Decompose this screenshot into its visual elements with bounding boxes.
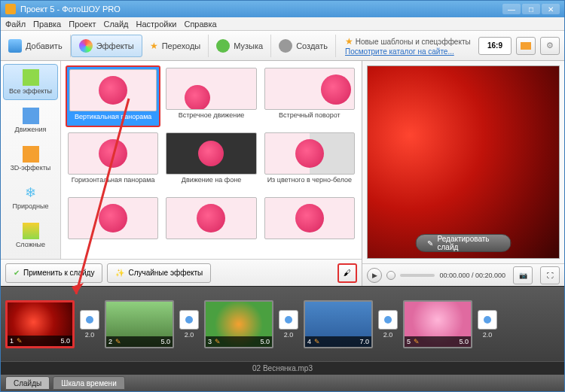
cat-all[interactable]: Все эффекты: [3, 64, 58, 100]
brush-button[interactable]: 🖌: [337, 263, 357, 283]
effect-item-7[interactable]: [163, 195, 258, 257]
pencil-icon: ✎: [427, 239, 433, 248]
timeline: 1✎5.02.02✎5.02.03✎5.02.04✎7.02.05✎5.02.0…: [1, 286, 564, 375]
effect-item-2[interactable]: Встречный поворот: [262, 65, 357, 127]
aspect-button[interactable]: 16:9: [478, 37, 512, 55]
settings-button[interactable]: ⚙: [540, 37, 560, 55]
apply-button[interactable]: ✔Применить к слайду: [5, 263, 102, 283]
effect-item-1[interactable]: Встречное движение: [163, 65, 258, 127]
menu-project[interactable]: Проект: [69, 20, 96, 29]
transitions-button[interactable]: ★ Переходы: [142, 35, 209, 57]
playback-controls: ▶ 00:00.000 / 00:20.000 📷 ⛶: [362, 263, 564, 286]
menu-edit[interactable]: Правка: [33, 20, 61, 29]
gear-icon: [279, 39, 292, 53]
menu-file[interactable]: Файл: [5, 20, 26, 29]
snowflake-icon: ❄: [23, 184, 39, 201]
transition-5[interactable]: 2.0: [477, 310, 498, 339]
music-icon: [216, 39, 230, 53]
window-title: Проект 5 - ФотоШОУ PRO: [20, 5, 121, 14]
cat-motion[interactable]: Движения: [3, 102, 58, 138]
add-icon: [8, 39, 22, 53]
fullscreen-button[interactable]: ⛶: [540, 266, 560, 284]
menu-help[interactable]: Справка: [184, 20, 216, 29]
category-list: Все эффекты Движения 3D-эффекты ❄Природн…: [1, 61, 61, 259]
slide-2[interactable]: 2✎5.0: [105, 300, 174, 348]
add-button[interactable]: Добавить: [1, 35, 71, 57]
camera-icon: 📷: [519, 272, 527, 279]
layers-icon: [23, 223, 39, 239]
menubar: Файл Правка Проект Слайд Настройки Справ…: [1, 17, 564, 31]
motion-icon: [23, 108, 39, 124]
play-button[interactable]: ▶: [367, 268, 382, 283]
effects-button[interactable]: Эффекты: [71, 35, 142, 57]
seek-bar[interactable]: [400, 274, 435, 277]
effect-item-5[interactable]: Из цветного в черно-белое: [262, 130, 357, 192]
app-icon: [5, 4, 16, 14]
menu-slide[interactable]: Слайд: [103, 20, 128, 29]
close-button[interactable]: ✕: [542, 4, 560, 14]
transition-3[interactable]: 2.0: [278, 310, 299, 339]
audio-track[interactable]: 02 Веснянка.mp3: [1, 361, 564, 375]
maximize-button[interactable]: □: [522, 4, 540, 14]
random-button[interactable]: ✨Случайные эффекты: [107, 263, 211, 283]
transition-4[interactable]: 2.0: [377, 310, 399, 339]
brush-icon: 🖌: [344, 269, 351, 277]
cog-icon: ⚙: [546, 41, 554, 50]
display-button[interactable]: [516, 37, 536, 55]
transition-1[interactable]: 2.0: [79, 310, 100, 339]
transition-2[interactable]: 2.0: [179, 310, 200, 339]
effect-item-6[interactable]: [66, 195, 160, 257]
tab-slides[interactable]: Слайды: [5, 376, 50, 390]
puzzle-icon: [23, 69, 39, 86]
palette-icon: [79, 39, 93, 53]
music-button[interactable]: Музыка: [209, 35, 271, 57]
promo-box: ★ Новые шаблоны и спецэффекты Посмотрите…: [336, 36, 478, 56]
slide-4[interactable]: 4✎7.0: [304, 300, 373, 348]
titlebar: Проект 5 - ФотоШОУ PRO — □ ✕: [1, 1, 564, 17]
effect-item-8[interactable]: [262, 195, 357, 257]
minimize-button[interactable]: —: [502, 4, 521, 14]
menu-settings[interactable]: Настройки: [136, 20, 177, 29]
slide-1[interactable]: 1✎5.0: [5, 300, 75, 348]
cat-nature[interactable]: ❄Природные: [3, 179, 58, 215]
footer-tabs: Слайды Шкала времени: [1, 375, 564, 391]
snapshot-button[interactable]: 📷: [513, 266, 533, 284]
timecode: 00:00.000 / 00:20.000: [439, 272, 505, 279]
tab-timeline[interactable]: Шкала времени: [53, 376, 124, 390]
preview-area: ✎Редактировать слайд: [367, 65, 560, 259]
stop-button[interactable]: [386, 271, 396, 280]
slide-5[interactable]: 5✎5.0: [403, 300, 472, 348]
preview-panel: ✎Редактировать слайд ▶ 00:00.000 / 00:20…: [362, 61, 564, 286]
slide-3[interactable]: 3✎5.0: [204, 300, 273, 348]
effect-actions: ✔Применить к слайду ✨Случайные эффекты 🖌: [1, 259, 362, 286]
cat-complex[interactable]: Сложные: [3, 217, 58, 254]
effects-panel: Все эффекты Движения 3D-эффекты ❄Природн…: [1, 61, 362, 286]
create-button[interactable]: Создать: [271, 35, 336, 57]
preview-image: [367, 65, 560, 259]
effect-item-0[interactable]: Вертикальная панорама: [66, 65, 160, 127]
edit-slide-button[interactable]: ✎Редактировать слайд: [416, 234, 512, 252]
cube-icon: [23, 146, 39, 163]
promo-link[interactable]: Посмотрите каталог на сайте...: [345, 47, 478, 56]
cat-3d[interactable]: 3D-эффекты: [3, 141, 58, 177]
effect-item-3[interactable]: Горизонтальная панорама: [66, 130, 160, 192]
wand-icon: ✨: [115, 269, 124, 277]
effect-item-4[interactable]: Движение на фоне: [163, 130, 258, 192]
effects-grid: Вертикальная панорама Встречное движение…: [61, 61, 362, 259]
main-toolbar: Добавить Эффекты ★ Переходы Музыка Созда…: [1, 31, 564, 61]
star-icon: ★: [150, 41, 158, 51]
